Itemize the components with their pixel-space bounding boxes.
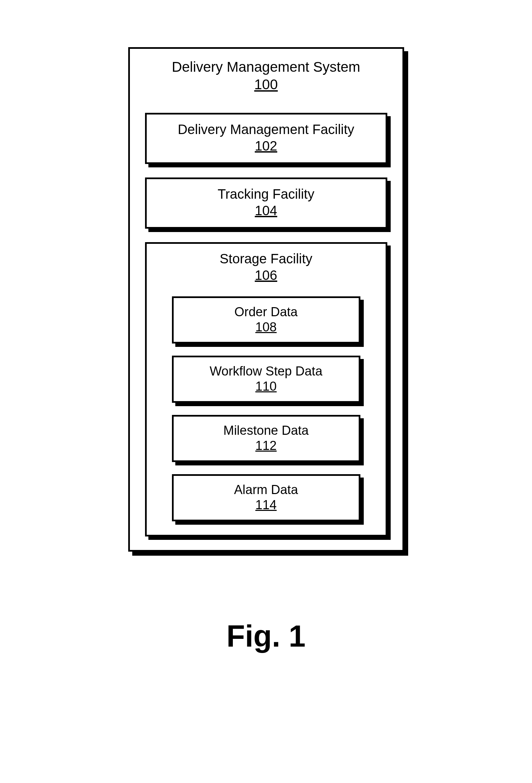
- data-box-milestone: Milestone Data 112: [172, 415, 360, 462]
- data-title: Order Data: [235, 305, 298, 319]
- data-box-order: Order Data 108: [172, 296, 360, 344]
- facility-ref: 102: [255, 138, 277, 154]
- storage-ref: 106: [220, 268, 312, 283]
- facility-box-delivery-management: Delivery Management Facility 102: [145, 113, 387, 164]
- data-ref: 108: [256, 320, 276, 335]
- data-ref: 110: [256, 379, 276, 394]
- data-ref: 114: [256, 498, 276, 512]
- data-box-workflow-step: Workflow Step Data 110: [172, 356, 360, 403]
- system-title: Delivery Management System: [172, 59, 360, 75]
- system-title-block: Delivery Management System 100: [172, 59, 360, 93]
- data-title: Milestone Data: [224, 423, 308, 438]
- data-title: Alarm Data: [234, 482, 298, 497]
- data-title: Workflow Step Data: [210, 364, 322, 379]
- figure-label: Fig. 1: [227, 619, 305, 654]
- facility-title: Tracking Facility: [218, 187, 314, 202]
- system-ref: 100: [172, 76, 360, 93]
- data-box-alarm: Alarm Data 114: [172, 474, 360, 521]
- facility-box-tracking: Tracking Facility 104: [145, 178, 387, 229]
- facility-title: Delivery Management Facility: [178, 122, 354, 137]
- system-box: Delivery Management System 100 Delivery …: [128, 47, 404, 552]
- storage-title-block: Storage Facility 106: [220, 251, 312, 283]
- storage-title: Storage Facility: [220, 251, 312, 267]
- diagram-page: Delivery Management System 100 Delivery …: [0, 0, 532, 783]
- facility-ref: 104: [255, 203, 277, 218]
- storage-facility-box: Storage Facility 106 Order Data 108 Work…: [145, 242, 387, 536]
- data-ref: 112: [256, 438, 276, 453]
